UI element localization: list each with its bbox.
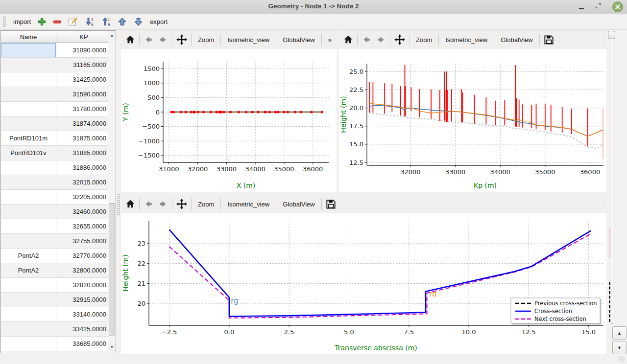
export-button[interactable]: export [146, 15, 171, 28]
back-button[interactable] [141, 32, 156, 47]
zoom-button[interactable]: Zoom [193, 197, 219, 211]
svg-text:35000: 35000 [274, 165, 294, 173]
isometric-view-button[interactable]: Isometric_view [440, 32, 492, 47]
save-figure-button[interactable] [541, 32, 556, 47]
kp-cell[interactable]: 31886.0000 [56, 160, 112, 175]
kp-cell[interactable]: 31165.0000 [56, 58, 112, 72]
kp-cell[interactable]: 33685.0000 [56, 337, 112, 351]
kp-cell[interactable]: 31425.0000 [56, 72, 112, 87]
import-button[interactable]: import [10, 15, 34, 28]
kp-cell[interactable]: 32655.0000 [56, 219, 112, 234]
sort-descending-button[interactable]: 1 9 [81, 15, 97, 28]
isometric-view-button[interactable]: Isometric_view [222, 197, 274, 211]
kp-cell[interactable]: 32755.0000 [56, 234, 112, 249]
move-up-button[interactable] [114, 15, 130, 28]
kp-cell[interactable]: 31780.0000 [56, 102, 112, 116]
back-button[interactable] [141, 197, 156, 211]
kp-cell[interactable]: 31090.0000 [56, 43, 112, 58]
toolbar-drag-handle[interactable] [3, 16, 6, 27]
kp-cell[interactable]: 33425.0000 [56, 322, 112, 337]
name-cell[interactable] [1, 234, 56, 249]
name-cell[interactable] [1, 102, 56, 116]
scrollbar-up-arrow-icon[interactable]: ▲ [108, 31, 116, 40]
table-scrollbar[interactable]: ▲ ▼ [108, 31, 116, 353]
save-figure-button[interactable] [323, 197, 338, 211]
name-cell[interactable] [1, 278, 56, 293]
cross-section-chart[interactable]: −2.50.02.55.07.510.012.515.020212223Tran… [121, 213, 606, 354]
name-cell[interactable] [1, 307, 56, 322]
pan-button[interactable] [392, 32, 408, 47]
back-button[interactable] [359, 32, 374, 47]
name-cell[interactable] [1, 43, 56, 58]
scroll-up-button[interactable]: ▲ [612, 326, 627, 340]
zoom-button[interactable]: Zoom [193, 32, 219, 47]
move-down-button[interactable] [130, 15, 146, 28]
sort-ascending-button[interactable]: 1 9 [97, 15, 114, 28]
remove-row-button[interactable] [49, 15, 65, 28]
section-position-slider-track[interactable] [611, 32, 613, 324]
global-view-button[interactable]: GlobalView [278, 32, 320, 47]
edit-row-button[interactable] [65, 15, 81, 28]
toolbar-separator [172, 198, 172, 210]
table-scrollbar-thumb[interactable] [109, 203, 115, 336]
home-button[interactable] [123, 197, 138, 211]
global-view-button[interactable]: GlobalView [496, 32, 538, 47]
svg-text:Y (m): Y (m) [121, 103, 129, 122]
name-cell[interactable] [1, 219, 56, 234]
pan-button[interactable] [174, 32, 190, 47]
name-cell[interactable] [1, 58, 56, 72]
scrollbar-down-arrow-icon[interactable]: ▼ [108, 342, 116, 351]
global-view-button[interactable]: GlobalView [278, 197, 320, 211]
toolbar-overflow-button[interactable]: » [323, 32, 337, 47]
add-row-button[interactable] [34, 15, 49, 28]
plan-view-chart[interactable]: 310003200033000340003500036000−1500−1000… [121, 49, 337, 192]
name-cell[interactable]: PontA2 [1, 263, 56, 278]
kp-cell[interactable]: 32205.0000 [56, 190, 112, 205]
svg-text:Next cross-section: Next cross-section [534, 316, 586, 322]
isometric-view-button[interactable]: Isometric_view [222, 32, 274, 47]
column-header-name[interactable]: Name [1, 31, 56, 43]
forward-button[interactable] [156, 197, 170, 211]
restore-button[interactable] [595, 2, 602, 11]
name-cell[interactable]: PontRD101v [1, 146, 56, 160]
kp-cell[interactable]: 32800.0000 [56, 263, 112, 278]
home-button[interactable] [123, 32, 138, 47]
column-header-kp[interactable]: KP [56, 31, 112, 43]
section-position-slider-handle[interactable] [608, 31, 615, 39]
name-cell[interactable] [1, 160, 56, 175]
window-resize-grip[interactable] [618, 356, 625, 362]
svg-text:20: 20 [137, 300, 145, 307]
name-cell[interactable] [1, 175, 56, 190]
name-cell[interactable] [1, 190, 56, 205]
zoom-button[interactable]: Zoom [411, 32, 437, 47]
kp-cell[interactable]: 31875.0000 [56, 131, 112, 146]
kp-cell[interactable]: 31885.0000 [56, 146, 112, 160]
name-cell[interactable] [1, 116, 56, 131]
splitter-handle[interactable] [117, 194, 120, 216]
name-cell[interactable]: PontA2 [1, 249, 56, 263]
name-cell[interactable] [1, 293, 56, 307]
close-button[interactable] [612, 1, 623, 12]
kp-cell[interactable]: 31874.0000 [56, 116, 112, 131]
profile-view-chart[interactable]: 320003300034000350003600012.515.017.520.… [339, 49, 606, 192]
pan-button[interactable] [174, 197, 190, 211]
forward-button[interactable] [374, 32, 388, 47]
kp-cell[interactable]: 31590.0000 [56, 87, 112, 102]
kp-cell[interactable]: 32015.0000 [56, 175, 112, 190]
minimize-button[interactable] [579, 5, 584, 9]
name-cell[interactable] [1, 322, 56, 337]
name-cell[interactable] [1, 72, 56, 87]
kp-cell[interactable]: 32770.0000 [56, 249, 112, 263]
name-cell[interactable] [1, 87, 56, 102]
kp-cell[interactable]: 32820.0000 [56, 278, 112, 293]
name-cell[interactable]: PontRD101m [1, 131, 56, 146]
name-cell[interactable] [1, 337, 56, 351]
name-cell[interactable] [1, 205, 56, 219]
kp-cell[interactable]: 33140.0000 [56, 307, 112, 322]
kp-cell[interactable]: 32460.0000 [56, 205, 112, 219]
home-button[interactable] [341, 32, 356, 47]
window-title: Geometry - Node 1 -> Node 2 [0, 2, 627, 10]
kp-cell[interactable]: 32915.0000 [56, 293, 112, 307]
scroll-down-button[interactable]: ▼ [612, 341, 627, 354]
forward-button[interactable] [156, 32, 170, 47]
